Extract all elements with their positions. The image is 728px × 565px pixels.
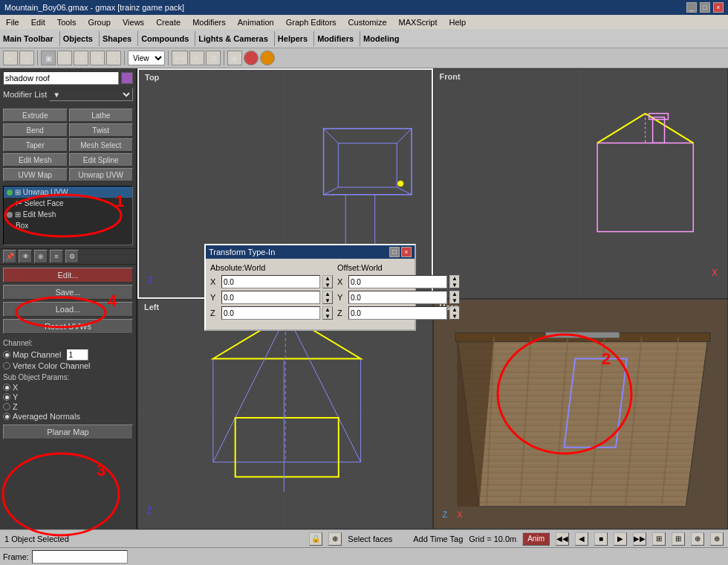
- config-icon[interactable]: ⚙: [65, 250, 79, 263]
- off-y-input[interactable]: [348, 291, 447, 304]
- lock-icon[interactable]: 🔒: [309, 532, 322, 546]
- bend-btn[interactable]: Bend: [3, 123, 68, 137]
- rotate-btn[interactable]: ↺: [90, 51, 105, 65]
- align-btn[interactable]: ≡: [189, 51, 204, 65]
- off-z-spinner[interactable]: ▲▼: [449, 306, 460, 320]
- show-hide-icon[interactable]: 👁: [19, 250, 32, 263]
- averaged-normals-radio[interactable]: [3, 413, 10, 420]
- view-dropdown[interactable]: View: [128, 51, 165, 65]
- next-next-btn[interactable]: ▶▶: [633, 532, 646, 546]
- map-channel-radio[interactable]: [3, 351, 10, 358]
- modifier-editmesh-indicator: [7, 212, 13, 218]
- pin-icon[interactable]: 📌: [3, 250, 16, 263]
- select-btn[interactable]: ▣: [41, 51, 56, 65]
- menu-group[interactable]: Group: [85, 17, 114, 28]
- menu-maxscript[interactable]: MAXScript: [396, 17, 441, 28]
- anim-mode-btn[interactable]: Anim: [522, 532, 550, 546]
- snap-icon[interactable]: ⊕: [328, 532, 342, 546]
- dialog-minimize-btn[interactable]: □: [389, 247, 400, 257]
- modifier-box[interactable]: Box: [4, 220, 132, 231]
- viewport-nav-1[interactable]: ⊞: [652, 532, 666, 546]
- save-button[interactable]: Save...: [3, 285, 133, 300]
- menu-customize[interactable]: Customize: [345, 17, 390, 28]
- modifier-select-face[interactable]: ⊢ Select Face: [4, 198, 132, 209]
- modifier-unwrap-uvw[interactable]: ⊞ Unwrap UVW: [4, 187, 132, 198]
- frame-input[interactable]: [32, 550, 128, 564]
- layers-icon[interactable]: ≡: [50, 250, 63, 263]
- stop-btn[interactable]: ■: [594, 532, 608, 546]
- prev-btn[interactable]: ◀: [575, 532, 588, 546]
- sub-z-radio[interactable]: [3, 403, 10, 410]
- viewport-nav-4[interactable]: ⊕: [710, 532, 724, 546]
- twist-btn[interactable]: Twist: [69, 123, 134, 137]
- render-btn[interactable]: [244, 51, 259, 65]
- modifier-edit-mesh-label: ⊞ Edit Mesh: [15, 210, 56, 219]
- select-region-btn[interactable]: ⬚: [57, 51, 72, 65]
- abs-y-spinner[interactable]: ▲▼: [322, 291, 333, 304]
- edit-spline-btn[interactable]: Edit Spline: [69, 153, 134, 167]
- viewport-nav-2[interactable]: ⊞: [672, 532, 685, 546]
- edit-mesh-btn[interactable]: Edit Mesh: [3, 153, 68, 167]
- viewport-left[interactable]: Left Z: [137, 299, 433, 529]
- vertex-color-radio[interactable]: [3, 362, 10, 369]
- taper-btn[interactable]: Taper: [3, 138, 68, 152]
- object-name-input[interactable]: shadow roof: [3, 71, 119, 85]
- lathe-btn[interactable]: Lathe: [69, 109, 134, 122]
- sub-x-radio[interactable]: [3, 384, 10, 391]
- render2-btn[interactable]: [260, 51, 275, 65]
- compounds-label[interactable]: Compounds: [141, 34, 189, 43]
- off-x-spinner[interactable]: ▲▼: [449, 275, 460, 288]
- reset-uvws-button[interactable]: Reset UVWs: [3, 319, 133, 334]
- off-z-input[interactable]: [348, 306, 447, 320]
- modifier-list-dropdown[interactable]: ▼: [49, 88, 133, 101]
- menu-modifiers[interactable]: Modifiers: [189, 17, 229, 28]
- uvw-map-btn[interactable]: UVW Map: [3, 168, 68, 181]
- viewport-nav-3[interactable]: ⊕: [691, 532, 704, 546]
- minimize-btn[interactable]: _: [686, 2, 697, 13]
- modifier-edit-mesh[interactable]: ⊞ Edit Mesh: [4, 209, 132, 220]
- menu-file[interactable]: File: [3, 17, 22, 28]
- unwrap-uvw-btn[interactable]: Unwrap UVW: [69, 168, 134, 181]
- toggle-btn[interactable]: ⊞: [206, 51, 221, 65]
- move-btn[interactable]: ✛: [74, 51, 88, 65]
- abs-z-spinner[interactable]: ▲▼: [322, 306, 333, 320]
- maximize-btn[interactable]: □: [700, 2, 710, 13]
- abs-x-spinner[interactable]: ▲▼: [322, 275, 333, 288]
- scale-btn[interactable]: ⤢: [106, 51, 121, 65]
- dialog-titlebar[interactable]: Transform Type-In □ ×: [206, 245, 415, 259]
- modifier-active-indicator: [7, 190, 13, 196]
- undo-btn[interactable]: ↩: [3, 51, 18, 65]
- menu-graph-editors[interactable]: Graph Editors: [283, 17, 339, 28]
- sub-y-radio[interactable]: [3, 393, 10, 401]
- menu-create[interactable]: Create: [153, 17, 183, 28]
- close-btn[interactable]: ×: [713, 2, 724, 13]
- viewport-user[interactable]: User: [433, 299, 729, 529]
- off-y-spinner[interactable]: ▲▼: [449, 291, 460, 304]
- abs-z-input[interactable]: [221, 306, 320, 320]
- modifier-unwrap-label: ⊞ Unwrap UVW: [15, 188, 68, 196]
- extrude-btn[interactable]: Extrude: [3, 109, 68, 122]
- color-swatch[interactable]: [121, 72, 133, 84]
- mirror-btn[interactable]: ⟺: [172, 51, 188, 65]
- planar-map-button[interactable]: Planar Map: [3, 424, 133, 439]
- mesh-select-btn[interactable]: Mesh Select: [69, 138, 134, 152]
- menu-edit[interactable]: Edit: [28, 17, 48, 28]
- load-button[interactable]: Load...: [3, 302, 133, 317]
- off-x-input[interactable]: [348, 275, 447, 288]
- next-btn[interactable]: ▶: [614, 532, 627, 546]
- window-controls[interactable]: _ □ ×: [686, 2, 724, 13]
- map-channel-input[interactable]: [66, 349, 88, 361]
- abs-y-input[interactable]: [221, 291, 320, 304]
- menu-animation[interactable]: Animation: [235, 17, 277, 28]
- redo-btn[interactable]: ↪: [19, 51, 34, 65]
- menu-tools[interactable]: Tools: [54, 17, 79, 28]
- menu-help[interactable]: Help: [446, 17, 469, 28]
- menu-views[interactable]: Views: [120, 17, 147, 28]
- axes-icon[interactable]: ⊕: [34, 250, 48, 263]
- play-btn[interactable]: ◀◀: [556, 532, 569, 546]
- material-editor-btn[interactable]: ◈: [227, 51, 242, 65]
- viewport-front[interactable]: Front Z X: [433, 68, 729, 299]
- abs-x-input[interactable]: [221, 275, 320, 288]
- dialog-close-btn[interactable]: ×: [401, 247, 412, 257]
- edit-button[interactable]: Edit...: [3, 268, 133, 282]
